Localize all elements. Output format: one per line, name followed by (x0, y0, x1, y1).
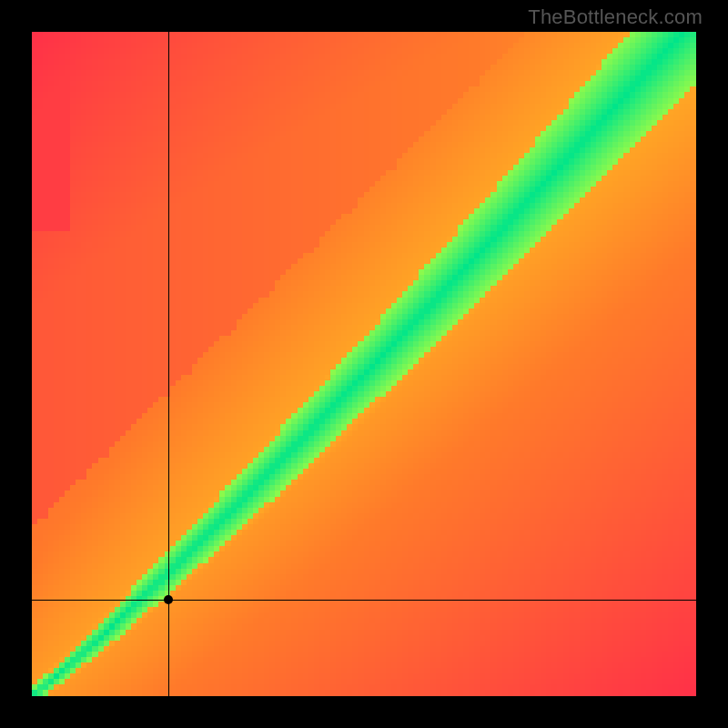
selected-point (164, 595, 173, 604)
plot-area (32, 32, 696, 696)
chart-frame: TheBottleneck.com (0, 0, 728, 728)
watermark-text: TheBottleneck.com (528, 5, 703, 29)
heatmap-canvas (32, 32, 696, 696)
crosshair-horizontal (32, 600, 696, 601)
